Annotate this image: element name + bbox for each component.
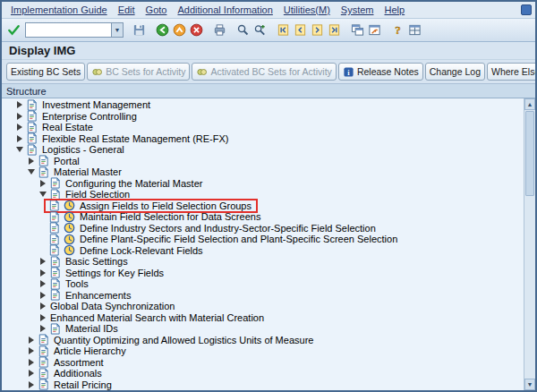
tree-node-label[interactable]: Investment Management bbox=[41, 99, 150, 110]
exit-icon[interactable] bbox=[171, 21, 188, 38]
tree-node[interactable]: Settings for Key Fields bbox=[2, 268, 524, 279]
tree-node-label[interactable]: Portal bbox=[53, 156, 80, 166]
expand-arrow-icon[interactable] bbox=[13, 113, 26, 120]
vertical-scrollbar[interactable]: ▲ ▼ bbox=[524, 98, 535, 390]
tree-node[interactable]: Basic Settings bbox=[2, 256, 524, 268]
find-icon[interactable] bbox=[234, 21, 251, 38]
tree-node-label[interactable]: Assign Fields to Field Selection Groups bbox=[79, 200, 251, 211]
save-icon[interactable] bbox=[131, 21, 148, 38]
expand-arrow-icon[interactable] bbox=[37, 292, 49, 299]
tree-node-label[interactable]: Additionals bbox=[53, 368, 102, 379]
expand-arrow-icon[interactable] bbox=[25, 370, 38, 377]
activated-bc-sets-for-activity-button[interactable]: Activated BC Sets for Activity bbox=[192, 63, 336, 81]
expand-arrow-icon[interactable] bbox=[37, 314, 49, 321]
tree-node[interactable]: Enhanced Material Search with Material C… bbox=[2, 312, 524, 324]
tree-node-label[interactable]: Quantity Optimizing and Allowed Logistic… bbox=[53, 335, 313, 345]
tree-node-label[interactable]: Define Lock-Relevant Fields bbox=[79, 245, 203, 256]
help-icon[interactable]: ? bbox=[389, 21, 406, 38]
tree-node[interactable]: Assortment bbox=[2, 357, 524, 369]
tree-node-label[interactable]: Real Estate bbox=[41, 122, 93, 132]
change-log-button[interactable]: Change Log bbox=[425, 63, 485, 81]
menu-utilities-m[interactable]: Utilities(M) bbox=[278, 4, 336, 16]
tree-node-label[interactable]: Material IDs bbox=[64, 323, 118, 334]
img-activity-icon[interactable] bbox=[64, 200, 79, 211]
find-next-icon[interactable] bbox=[251, 21, 268, 38]
last-page-icon[interactable] bbox=[326, 21, 343, 38]
menu-goto[interactable]: Goto bbox=[141, 4, 173, 16]
expand-arrow-icon[interactable] bbox=[37, 180, 49, 187]
menu-implementation-guide[interactable]: Implementation Guide bbox=[5, 4, 113, 16]
tree-node-label[interactable]: Tools bbox=[64, 278, 89, 289]
img-activity-icon[interactable] bbox=[64, 244, 79, 256]
tree-node-label[interactable]: Settings for Key Fields bbox=[64, 268, 164, 278]
cancel-icon[interactable] bbox=[188, 21, 205, 38]
tree-node[interactable]: Define Lock-Relevant Fields bbox=[2, 245, 524, 257]
tree-node[interactable]: Investment Management bbox=[2, 99, 524, 111]
scroll-down-icon[interactable]: ▼ bbox=[524, 379, 535, 390]
tree-node[interactable]: Material Master bbox=[2, 166, 524, 178]
tree-node-label[interactable]: Enterprise Controlling bbox=[41, 111, 137, 122]
tree-node-label[interactable]: Assortment bbox=[53, 357, 104, 368]
customize-icon[interactable] bbox=[406, 21, 423, 38]
tree-node-highlighted[interactable]: Assign Fields to Field Selection Groups bbox=[2, 200, 524, 212]
tree-node[interactable]: Article Hierarchy bbox=[2, 345, 524, 357]
tree-node[interactable]: Flexible Real Estate Management (RE-FX) bbox=[2, 133, 524, 145]
tree-node-label[interactable]: Article Hierarchy bbox=[53, 345, 126, 356]
tree-node[interactable]: Real Estate bbox=[2, 122, 524, 133]
tree-node[interactable]: Quantity Optimizing and Allowed Logistic… bbox=[2, 335, 524, 346]
previous-page-icon[interactable] bbox=[292, 21, 309, 38]
print-icon[interactable] bbox=[211, 21, 228, 38]
tree-node[interactable]: Tools bbox=[2, 278, 524, 290]
tree-node-label[interactable]: Maintain Field Selection for Data Screen… bbox=[79, 211, 260, 222]
tree-node[interactable]: Portal bbox=[2, 156, 524, 167]
tree-node[interactable]: Retail Pricing bbox=[2, 379, 524, 391]
new-session-icon[interactable] bbox=[349, 21, 366, 38]
menu-help[interactable]: Help bbox=[379, 4, 411, 16]
tree-node-label[interactable]: Define Plant-Specific Field Selection an… bbox=[79, 234, 397, 244]
expand-arrow-icon[interactable] bbox=[25, 359, 38, 366]
img-activity-icon[interactable] bbox=[64, 222, 79, 234]
tree-node-label[interactable]: Flexible Real Estate Management (RE-FX) bbox=[41, 133, 228, 144]
tree-node-label[interactable]: Global Data Synchronization bbox=[49, 301, 175, 311]
menu-edit[interactable]: Edit bbox=[113, 4, 141, 16]
menu-additional-information[interactable]: Additional Information bbox=[172, 4, 277, 16]
tree-node-label[interactable]: Retail Pricing bbox=[53, 379, 112, 390]
next-page-icon[interactable] bbox=[309, 21, 326, 38]
release-notes-button[interactable]: iRelease Notes bbox=[338, 63, 423, 81]
tree-node-label[interactable]: Material Master bbox=[53, 166, 122, 177]
tree-node-label[interactable]: Define Industry Sectors and Industry-Sec… bbox=[79, 223, 376, 234]
first-page-icon[interactable] bbox=[275, 21, 292, 38]
tree-node[interactable]: Logistics - General bbox=[2, 144, 524, 156]
existing-bc-sets-button[interactable]: Existing BC Sets bbox=[6, 63, 85, 81]
scrollbar-thumb[interactable] bbox=[525, 111, 534, 196]
expand-arrow-icon[interactable] bbox=[37, 269, 49, 277]
tree-node[interactable]: Configuring the Material Master bbox=[2, 178, 524, 190]
tree-node[interactable]: Additionals bbox=[2, 368, 524, 379]
tree-node-label[interactable]: Basic Settings bbox=[64, 256, 128, 267]
expand-arrow-icon[interactable] bbox=[25, 337, 38, 344]
tree-node-label[interactable]: Configuring the Material Master bbox=[64, 178, 202, 189]
expand-arrow-icon[interactable] bbox=[13, 135, 26, 142]
tree-node[interactable]: Material IDs bbox=[2, 323, 524, 335]
expand-arrow-icon[interactable] bbox=[37, 280, 49, 287]
enter-icon[interactable] bbox=[5, 21, 22, 38]
tree-node-label[interactable]: Enhancements bbox=[64, 290, 131, 301]
menu-system[interactable]: System bbox=[336, 4, 379, 16]
tree-node-label[interactable]: Enhanced Material Search with Material C… bbox=[49, 312, 264, 323]
collapse-arrow-icon[interactable] bbox=[37, 192, 49, 197]
tree-node[interactable]: Enhancements bbox=[2, 290, 524, 302]
img-activity-icon[interactable] bbox=[64, 211, 79, 223]
tree-node[interactable]: Field Selection bbox=[2, 189, 524, 200]
expand-arrow-icon[interactable] bbox=[25, 347, 38, 354]
expand-arrow-icon[interactable] bbox=[25, 158, 38, 165]
tree-node-label[interactable]: Field Selection bbox=[64, 189, 130, 200]
bc-sets-for-activity-button[interactable]: BC Sets for Activity bbox=[87, 63, 190, 81]
command-field-dropdown-icon[interactable]: ▼ bbox=[111, 22, 124, 38]
scroll-up-icon[interactable]: ▲ bbox=[524, 98, 535, 110]
expand-arrow-icon[interactable] bbox=[13, 124, 26, 131]
tree-node[interactable]: Enterprise Controlling bbox=[2, 111, 524, 123]
back-icon[interactable] bbox=[154, 21, 171, 38]
expand-arrow-icon[interactable] bbox=[37, 325, 49, 332]
command-field[interactable] bbox=[25, 22, 111, 38]
expand-arrow-icon[interactable] bbox=[37, 258, 49, 265]
